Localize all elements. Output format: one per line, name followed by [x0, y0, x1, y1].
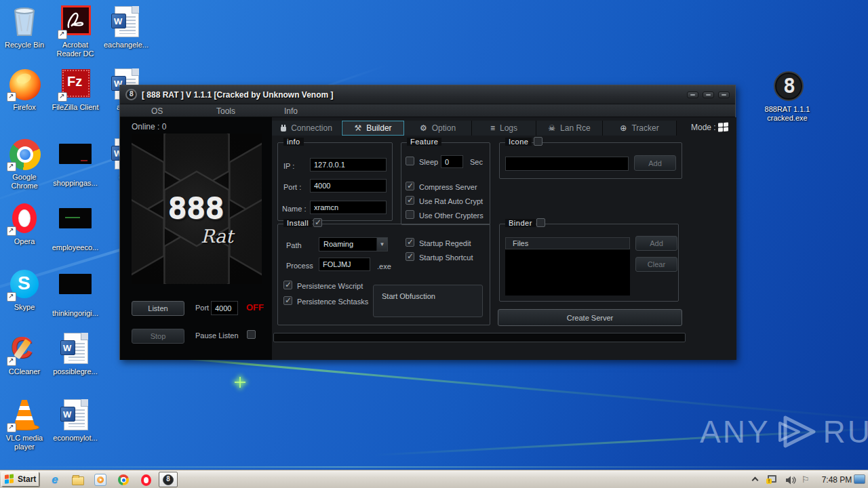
tab-lan-rce[interactable]: ☠ Lan Rce: [536, 121, 603, 136]
tab-logs[interactable]: ≡ Logs: [472, 121, 536, 136]
desktop-icon-google-chrome[interactable]: Google Chrome: [0, 138, 49, 190]
create-server-button[interactable]: Create Server: [498, 309, 682, 326]
taskbar-media-player-icon[interactable]: [93, 473, 108, 487]
desktop-icon-economylot[interactable]: economylot...: [51, 399, 100, 443]
windows-logo-icon[interactable]: [718, 122, 729, 132]
desktop-icon-employeeco[interactable]: employeeco...: [51, 202, 100, 252]
binder-files-list[interactable]: [505, 249, 630, 296]
tab-tracker[interactable]: ⊕ Tracker: [603, 121, 677, 136]
startup-regedit-checkbox[interactable]: [406, 238, 414, 247]
taskbar-chrome-icon[interactable]: [116, 473, 131, 487]
close-button[interactable]: [718, 92, 730, 98]
icone-add-button[interactable]: Add: [634, 155, 676, 171]
persistence-schtasks-label: Persistence Schtasks: [297, 298, 368, 306]
rat-auto-crypt-checkbox[interactable]: [406, 196, 414, 205]
builder-port-input[interactable]: [310, 179, 387, 192]
888rat-icon: [771, 70, 804, 102]
compress-server-checkbox[interactable]: [406, 182, 414, 190]
listen-status-off: OFF: [246, 302, 264, 312]
shortcut-arrow-icon: [7, 292, 16, 302]
builder-panel: Connection ⚒ Builder ⚙ Option ≡ Logs ☠ L…: [272, 117, 736, 360]
tray-network-warning-icon[interactable]: [768, 475, 776, 483]
other-crypters-label: Use Other Crypters: [419, 211, 484, 220]
opera-icon: [8, 202, 41, 235]
desktop-icon-shoppingas[interactable]: shoppingas...: [51, 138, 100, 188]
exe-suffix-label: .exe: [377, 262, 391, 270]
desktop-icon-vlc[interactable]: VLC media player: [0, 399, 49, 451]
binder-clear-button[interactable]: Clear: [635, 257, 677, 272]
listen-port-input[interactable]: [211, 301, 238, 315]
desktop-icon-ccleaner[interactable]: CCleaner: [0, 332, 49, 376]
icone-path-input[interactable]: [505, 157, 629, 171]
menu-os[interactable]: OS: [151, 106, 163, 116]
plug-icon: [281, 127, 286, 131]
name-input[interactable]: [310, 201, 387, 214]
firefox-icon: [8, 68, 41, 100]
ip-input[interactable]: [310, 158, 387, 171]
files-header-label: Files: [513, 239, 528, 247]
desktop-icon-filezilla[interactable]: FileZilla Client: [51, 68, 100, 112]
desktop-icon-recycle-bin[interactable]: Recycle Bin: [0, 5, 49, 49]
sleep-checkbox[interactable]: [406, 157, 414, 165]
desktop-icon-skype[interactable]: Skype: [0, 268, 49, 312]
desktop-icon-label: Google Chrome: [0, 173, 49, 190]
startup-shortcut-checkbox[interactable]: [406, 252, 414, 261]
desktop-icon-firefox[interactable]: Firefox: [0, 68, 49, 112]
start-button[interactable]: Start: [1, 472, 39, 487]
tab-option[interactable]: ⚙ Option: [404, 121, 472, 136]
taskbar-888rat-active-app[interactable]: [159, 472, 178, 487]
desktop-icon-thinkingorigi[interactable]: thinkingorigi...: [51, 268, 100, 318]
recycle-bin-icon: [8, 5, 41, 38]
minimize-button[interactable]: [687, 92, 698, 98]
tab-connection[interactable]: Connection: [272, 121, 342, 136]
show-desktop-button[interactable]: [854, 474, 865, 484]
persistence-wscript-checkbox[interactable]: [283, 281, 292, 289]
maximize-button[interactable]: [703, 92, 714, 98]
other-crypters-checkbox[interactable]: [406, 210, 414, 219]
desktop-icon-label: thinkingorigi...: [51, 309, 100, 318]
persistence-schtasks-checkbox[interactable]: [283, 296, 292, 305]
desktop-icon-acrobat[interactable]: Acrobat Reader DC: [51, 5, 100, 58]
tray-chevron-up-icon[interactable]: [752, 477, 759, 484]
process-label: Process: [286, 262, 313, 270]
stop-button[interactable]: Stop: [132, 329, 184, 344]
desktop-icon-opera[interactable]: Opera: [0, 202, 49, 246]
desktop-icon-label: economylot...: [51, 434, 100, 443]
desktop-icon-label: FileZilla Client: [51, 103, 100, 112]
process-name-input[interactable]: [319, 258, 370, 271]
tray-action-center-flag-icon[interactable]: ⚐: [802, 474, 810, 485]
tab-label: Lan Rce: [560, 123, 591, 133]
taskbar: Start e ⚐ 7:48 PM: [0, 470, 868, 488]
globe-icon: ⊕: [620, 124, 627, 132]
menu-tools[interactable]: Tools: [216, 106, 235, 116]
start-button-label: Start: [18, 474, 36, 484]
desktop-icon-888rat-exe[interactable]: 888RAT 1.1.1 cracked.exe: [759, 70, 816, 123]
shortcut-arrow-icon: [7, 226, 16, 236]
word-document-icon: [59, 399, 92, 431]
binder-checkbox[interactable]: [536, 218, 545, 227]
window-menubar: OS Tools Info: [120, 104, 735, 117]
start-obfusction-button[interactable]: Start Obfusction: [373, 285, 483, 317]
888rat-icon: [163, 474, 174, 485]
pause-listen-checkbox[interactable]: [247, 330, 256, 339]
sleep-seconds-input[interactable]: [441, 155, 463, 168]
install-checkbox[interactable]: [313, 218, 322, 227]
info-group-title: info: [283, 138, 304, 146]
taskbar-explorer-folder-icon[interactable]: [71, 473, 85, 487]
listen-button[interactable]: Listen: [132, 301, 184, 316]
hammer-wrench-icon: ⚒: [354, 124, 361, 132]
taskbar-internet-explorer-icon[interactable]: e: [47, 473, 62, 487]
window-titlebar[interactable]: [ 888 RAT ] V 1.1.1 [Cracked by Unknown …: [120, 85, 735, 104]
tab-builder[interactable]: ⚒ Builder: [342, 121, 404, 136]
shortcut-arrow-icon: [7, 357, 16, 366]
word-document-icon: [110, 5, 142, 38]
path-dropdown[interactable]: Roaming ▼: [319, 237, 388, 251]
desktop-icon-eachangele[interactable]: eachangele...: [102, 5, 151, 49]
tray-speaker-icon[interactable]: [785, 475, 796, 487]
menu-info[interactable]: Info: [284, 106, 298, 116]
binder-add-button[interactable]: Add: [635, 236, 677, 251]
taskbar-opera-icon[interactable]: [138, 473, 153, 487]
desktop-icon-possiblegre[interactable]: possiblegre...: [51, 332, 100, 376]
tray-clock[interactable]: 7:48 PM: [818, 475, 856, 485]
icone-checkbox[interactable]: [534, 137, 542, 146]
